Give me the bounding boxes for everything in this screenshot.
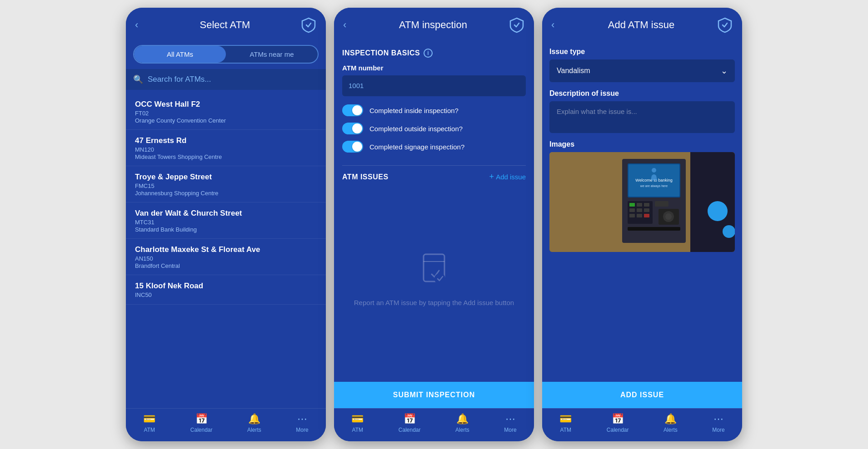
nav-label-atm: ATM xyxy=(560,427,571,433)
list-item[interactable]: Troye & Jeppe Street FMC15 Johannesburg … xyxy=(126,166,326,202)
shield-icon xyxy=(300,17,317,33)
atm-number-label: ATM number xyxy=(342,64,526,72)
list-item[interactable]: Charlotte Maxeke St & Floreat Ave AN150 … xyxy=(126,239,326,275)
shield-icon xyxy=(509,17,525,33)
calendar-nav-icon: 📅 xyxy=(404,413,416,425)
svg-rect-21 xyxy=(628,227,680,231)
bell-nav-icon: 🔔 xyxy=(456,413,469,425)
nav-item-atm[interactable]: 💳 ATM xyxy=(351,413,364,433)
header-add-issue: ‹ Add ATM issue xyxy=(542,8,742,40)
atm-code: FMC15 xyxy=(135,183,317,189)
atm-code: MTC31 xyxy=(135,219,317,226)
atm-nav-icon: 💳 xyxy=(559,413,572,425)
search-placeholder: Search for ATMs... xyxy=(148,75,211,84)
nav-item-alerts[interactable]: 🔔 Alerts xyxy=(455,413,469,433)
nav-label-alerts: Alerts xyxy=(663,427,678,433)
list-item[interactable]: 15 Kloof Nek Road INC50 xyxy=(126,275,326,305)
tab-all-atms[interactable]: All ATMs xyxy=(134,46,226,63)
svg-point-2 xyxy=(434,273,445,284)
toggle-outside: Completed outside inspection? xyxy=(342,123,526,134)
nav-label-atm: ATM xyxy=(352,427,363,433)
issue-type-dropdown[interactable]: Vandalism ⌄ xyxy=(549,59,735,82)
back-button[interactable]: ‹ xyxy=(551,19,566,31)
nav-item-more[interactable]: ⋯ More xyxy=(504,413,516,433)
atm-list: OCC West Hall F2 FT02 Orange County Conv… xyxy=(126,91,326,408)
header-inspection: ‹ ATM inspection xyxy=(334,8,534,40)
svg-rect-17 xyxy=(629,214,635,217)
atm-code: AN150 xyxy=(135,255,317,262)
nav-label-more: More xyxy=(712,427,724,433)
atm-name: Charlotte Maxeke St & Floreat Ave xyxy=(135,245,317,254)
list-item[interactable]: 47 Ernests Rd MN120 Mideast Towers Shopp… xyxy=(126,130,326,166)
issue-type-label: Issue type xyxy=(549,48,735,56)
nav-item-more[interactable]: ⋯ More xyxy=(296,413,308,433)
svg-text:we are always here: we are always here xyxy=(640,184,668,188)
bell-nav-icon: 🔔 xyxy=(664,413,677,425)
issue-type-value: Vandalism xyxy=(557,67,590,75)
description-placeholder: Explain what the issue is... xyxy=(557,108,637,115)
nav-item-atm[interactable]: 💳 ATM xyxy=(559,413,572,433)
bottom-nav: 💳 ATM 📅 Calendar 🔔 Alerts ⋯ More xyxy=(126,408,326,441)
atm-code: MN120 xyxy=(135,146,317,153)
screen3-body: Issue type Vandalism ⌄ Description of is… xyxy=(542,40,742,408)
submit-inspection-button[interactable]: SUBMIT INSPECTION xyxy=(334,382,534,408)
list-item[interactable]: Van der Walt & Church Street MTC31 Stand… xyxy=(126,202,326,239)
screen-add-issue: ‹ Add ATM issue Issue type Vandalism ⌄ D… xyxy=(542,8,742,441)
nav-item-calendar[interactable]: 📅 Calendar xyxy=(399,413,421,433)
screen-title: Add ATM issue xyxy=(566,19,717,31)
nav-item-calendar[interactable]: 📅 Calendar xyxy=(190,413,213,433)
section-issues: ATM ISSUES xyxy=(342,173,389,181)
more-nav-icon: ⋯ xyxy=(297,413,307,425)
list-item[interactable]: OCC West Hall F2 FT02 Orange County Conv… xyxy=(126,94,326,130)
back-button[interactable]: ‹ xyxy=(343,19,358,31)
bell-nav-icon: 🔔 xyxy=(248,413,260,425)
add-issue-button[interactable]: ADD ISSUE xyxy=(542,382,742,408)
svg-rect-12 xyxy=(637,203,642,207)
atm-name: OCC West Hall F2 xyxy=(135,100,317,109)
atm-location: Johannesburg Shopping Centre xyxy=(135,190,317,197)
nav-item-alerts[interactable]: 🔔 Alerts xyxy=(247,413,261,433)
screen-title: Select ATM xyxy=(150,19,300,31)
svg-point-25 xyxy=(708,201,728,221)
toggle-inside-switch[interactable] xyxy=(342,104,363,116)
nav-item-calendar[interactable]: 📅 Calendar xyxy=(607,413,629,433)
nav-item-more[interactable]: ⋯ More xyxy=(712,413,724,433)
chevron-down-icon: ⌄ xyxy=(721,66,728,76)
svg-rect-15 xyxy=(637,208,642,212)
toggle-signage: Completed signage inspection? xyxy=(342,141,526,153)
shield-icon xyxy=(717,17,733,33)
nav-label-alerts: Alerts xyxy=(247,427,261,433)
info-icon[interactable]: i xyxy=(424,49,433,58)
svg-rect-13 xyxy=(644,203,649,207)
empty-state: Report an ATM issue by tapping the Add i… xyxy=(342,186,526,382)
atm-location: Standard Bank Building xyxy=(135,226,317,233)
atm-name: 47 Ernests Rd xyxy=(135,136,317,145)
toggle-outside-switch[interactable] xyxy=(342,123,363,134)
atm-code: FT02 xyxy=(135,110,317,117)
nav-item-atm[interactable]: 💳 ATM xyxy=(143,413,155,433)
bottom-nav: 💳 ATM 📅 Calendar 🔔 Alerts ⋯ More xyxy=(542,408,742,441)
atm-number-input[interactable]: 1001 xyxy=(342,75,526,96)
calendar-nav-icon: 📅 xyxy=(195,413,208,425)
description-label: Description of issue xyxy=(549,89,735,98)
back-button[interactable]: ‹ xyxy=(135,19,150,31)
screen2-body: INSPECTION BASICS i ATM number 1001 Comp… xyxy=(334,40,534,408)
description-input[interactable]: Explain what the issue is... xyxy=(549,101,735,133)
atm-location: Brandfort Central xyxy=(135,262,317,269)
svg-rect-19 xyxy=(644,214,649,217)
empty-state-icon xyxy=(418,251,450,291)
more-nav-icon: ⋯ xyxy=(505,413,515,425)
screen-title: ATM inspection xyxy=(358,19,509,31)
add-issue-button[interactable]: + Add issue xyxy=(489,172,526,182)
issues-header: ATM ISSUES + Add issue xyxy=(342,172,526,182)
images-label: Images xyxy=(549,140,735,148)
nav-item-alerts[interactable]: 🔔 Alerts xyxy=(663,413,678,433)
svg-rect-11 xyxy=(629,203,635,207)
tab-atms-near-me[interactable]: ATMs near me xyxy=(226,46,318,63)
plus-icon: + xyxy=(489,172,494,182)
atm-name: Van der Walt & Church Street xyxy=(135,209,317,218)
search-row[interactable]: 🔍 Search for ATMs... xyxy=(126,69,326,90)
svg-rect-16 xyxy=(644,208,649,212)
toggle-outside-label: Completed outside inspection? xyxy=(369,125,463,133)
toggle-signage-switch[interactable] xyxy=(342,141,363,153)
